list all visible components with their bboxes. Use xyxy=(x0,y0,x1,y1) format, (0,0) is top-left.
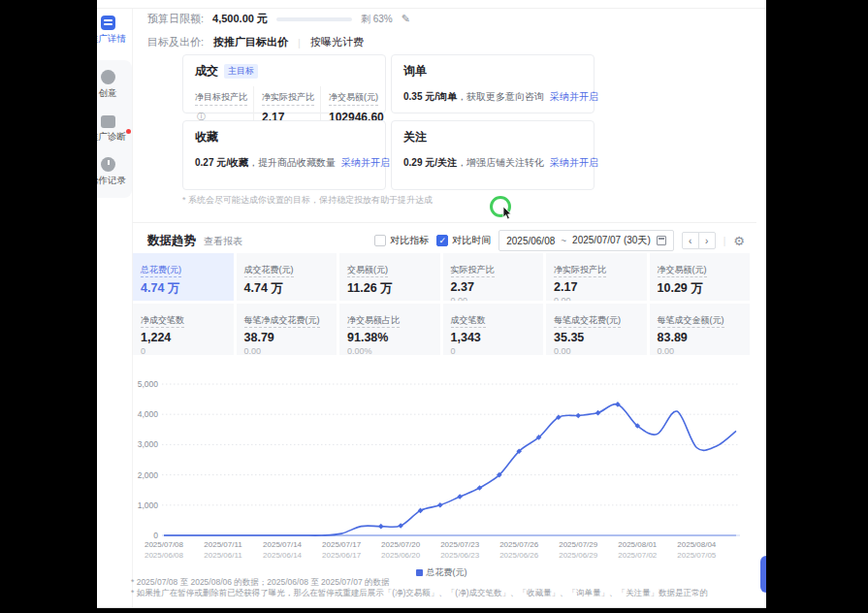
edit-budget-icon[interactable]: ✎ xyxy=(402,13,410,25)
goal-card-deal: 成交 主目标 净目标投产比ⓘ 2.45 ✎ 净实际投产比 2.17 净交易额(元… xyxy=(182,54,386,113)
metric-card-label: 成交笔数 xyxy=(451,314,486,328)
adopt-enable-link[interactable]: 采纳并开启 xyxy=(550,157,598,168)
svg-text:2025/07/08: 2025/07/08 xyxy=(145,540,184,549)
budget-row: 预算日限额: 4,500.00 元 剩 63% ✎ xyxy=(147,12,410,26)
legend-label: 总花费(元) xyxy=(427,567,467,577)
compare-metric-checkbox[interactable]: ✓ xyxy=(374,235,386,246)
goal-cards: 成交 主目标 净目标投产比ⓘ 2.45 ✎ 净实际投产比 2.17 净交易额(元… xyxy=(182,54,595,190)
metric-card-compare-value: 0.00% xyxy=(347,346,433,355)
metric-card[interactable]: 每笔净成交花费(元)38.790.00 xyxy=(237,304,338,355)
metric-card[interactable]: 成交笔数1,3430 xyxy=(443,304,544,355)
bidding-row: 目标及出价: 按推广目标出价 | 按曝光计费 xyxy=(147,35,364,49)
trends-title: 数据趋势 xyxy=(147,233,196,249)
svg-text:2025/06/20: 2025/06/20 xyxy=(381,551,421,560)
adopt-enable-link[interactable]: 采纳并开启 xyxy=(341,157,390,168)
trends-header: 数据趋势 查看报表 xyxy=(147,233,242,249)
goal-footnote: * 系统会尽可能达成你设置的目标，保持稳定投放有助于提升达成 xyxy=(182,194,433,207)
trend-line-chart[interactable]: 01,0002,0003,0004,0005,0002025/07/082025… xyxy=(133,378,750,566)
metric-card-value: 11.26 万 xyxy=(347,280,433,297)
date-separator: ~ xyxy=(561,236,566,246)
bidding-option-exposure[interactable]: 按曝光计费 xyxy=(310,35,364,49)
top-divider xyxy=(97,8,766,9)
date-range-picker[interactable]: 2025/06/08 ~ 2025/07/07 (30天) xyxy=(498,230,674,251)
metric-card[interactable]: 成交花费(元)4.74 万0.00 xyxy=(237,253,338,301)
view-report-link[interactable]: 查看报表 xyxy=(204,235,242,248)
metric-label: 净实际投产比 xyxy=(262,91,314,106)
goal-card-title: 收藏 xyxy=(195,129,373,145)
footnote-line: * 2025/07/08 至 2025/08/06 的数据；2025/06/08… xyxy=(131,577,708,588)
sidebar-item-label: 创意 xyxy=(99,87,117,100)
metric-card-compare-value: 0.00 xyxy=(244,346,330,355)
goal-card-favorite: 收藏 0.27 元/收藏，提升商品收藏数量采纳并开启 xyxy=(182,120,386,190)
svg-text:2025/07/23: 2025/07/23 xyxy=(440,540,480,549)
metric-card[interactable]: 实际投产比2.370.00 xyxy=(443,253,544,301)
metric-card-compare-value: 0.00 xyxy=(554,296,639,301)
metric-card-label: 净实际投产比 xyxy=(554,264,606,277)
svg-text:1,000: 1,000 xyxy=(138,500,159,510)
metric-card-compare-value: 0.00 xyxy=(347,299,433,301)
metric-card[interactable]: 净交易额占比91.38%0.00% xyxy=(339,304,440,355)
floating-action-button[interactable] xyxy=(760,556,766,593)
metric-card-value: 2.17 xyxy=(554,280,639,294)
notification-dot xyxy=(126,129,131,134)
svg-text:2025/06/17: 2025/06/17 xyxy=(322,551,362,560)
svg-text:2025/07/26: 2025/07/26 xyxy=(499,540,539,549)
metric-card-value: 4.74 万 xyxy=(141,280,226,297)
metric-card-label: 交易额(元) xyxy=(347,264,388,277)
svg-text:2025/07/05: 2025/07/05 xyxy=(677,551,717,560)
metric-card-compare-value: 0.00 xyxy=(658,346,743,355)
sidebar-item-label: 操作记录 xyxy=(97,175,126,187)
promotion-detail-icon xyxy=(101,16,115,30)
bidding-option-goal[interactable]: 按推广目标出价 xyxy=(213,35,288,49)
compare-time-checkbox[interactable]: ✓ xyxy=(436,235,448,246)
sidebar: 推广详情 创意 推广诊断 操作记录 xyxy=(97,9,133,607)
svg-text:2025/08/04: 2025/08/04 xyxy=(677,540,717,549)
svg-text:2025/07/02: 2025/07/02 xyxy=(618,551,658,560)
compare-metric-toggle[interactable]: ✓ 对比指标 xyxy=(374,234,429,247)
sidebar-item-creative[interactable]: 创意 xyxy=(97,63,132,107)
date-to: 2025/07/07 (30天) xyxy=(572,234,651,247)
compare-time-label: 对比时间 xyxy=(452,234,491,247)
svg-text:2025/08/01: 2025/08/01 xyxy=(618,540,658,549)
sidebar-item-diagnose[interactable]: 推广诊断 xyxy=(97,107,132,150)
metric-card[interactable]: 每笔成交金额(元)83.890.00 xyxy=(650,304,751,355)
adopt-enable-link[interactable]: 采纳并开启 xyxy=(550,91,598,102)
history-icon xyxy=(101,157,115,172)
chart-footnotes: * 2025/07/08 至 2025/08/06 的数据；2025/06/08… xyxy=(131,577,708,598)
svg-text:2,000: 2,000 xyxy=(138,470,159,480)
goal-card-title: 成交 xyxy=(195,63,218,80)
creative-icon xyxy=(101,70,115,84)
metric-card-compare-value: 0.00 xyxy=(451,296,536,301)
metric-card-label: 净成交笔数 xyxy=(141,314,184,328)
svg-text:2025/06/29: 2025/06/29 xyxy=(559,551,598,560)
next-period-button[interactable]: › xyxy=(698,232,716,249)
compare-metric-label: 对比指标 xyxy=(390,234,429,247)
svg-text:0: 0 xyxy=(153,531,158,540)
metric-card-value: 83.89 xyxy=(658,331,743,344)
mouse-cursor xyxy=(502,207,512,220)
prev-period-button[interactable]: ‹ xyxy=(682,232,699,249)
diagnose-icon xyxy=(101,115,115,128)
sidebar-item-history[interactable]: 操作记录 xyxy=(97,150,132,194)
svg-text:2025/06/26: 2025/06/26 xyxy=(499,551,539,560)
metric-card-label: 成交花费(元) xyxy=(244,264,294,277)
metric-card-value: 10.29 万 xyxy=(658,280,743,297)
metric-card[interactable]: 总花费(元)4.74 万0.00 xyxy=(133,253,234,301)
legend-swatch xyxy=(416,569,423,576)
metric-card[interactable]: 净交易额(元)10.29 万0.00 xyxy=(650,253,751,301)
svg-text:2025/07/29: 2025/07/29 xyxy=(559,540,598,549)
compare-time-toggle[interactable]: ✓ 对比时间 xyxy=(436,234,491,247)
metric-card[interactable]: 交易额(元)11.26 万0.00 xyxy=(339,253,440,301)
settings-gear-icon[interactable]: ⚙ xyxy=(733,234,745,248)
metric-card[interactable]: 净成交笔数1,2240 xyxy=(133,304,234,355)
date-from: 2025/06/08 xyxy=(506,236,555,246)
svg-text:2025/07/11: 2025/07/11 xyxy=(204,540,242,549)
metric-card[interactable]: 净实际投产比2.170.00 xyxy=(546,253,647,301)
metric-card[interactable]: 每笔成交花费(元)35.350.00 xyxy=(546,304,647,355)
main-goal-badge: 主目标 xyxy=(224,64,258,79)
metric-card-compare-value: 0.00 xyxy=(141,299,226,301)
metric-card-label: 实际投产比 xyxy=(451,264,495,277)
metric-cards-grid: 总花费(元)4.74 万0.00成交花费(元)4.74 万0.00交易额(元)1… xyxy=(133,253,750,355)
metric-card-value: 2.37 xyxy=(451,280,536,294)
sidebar-item-promotion-detail[interactable]: 推广详情 xyxy=(97,9,132,52)
